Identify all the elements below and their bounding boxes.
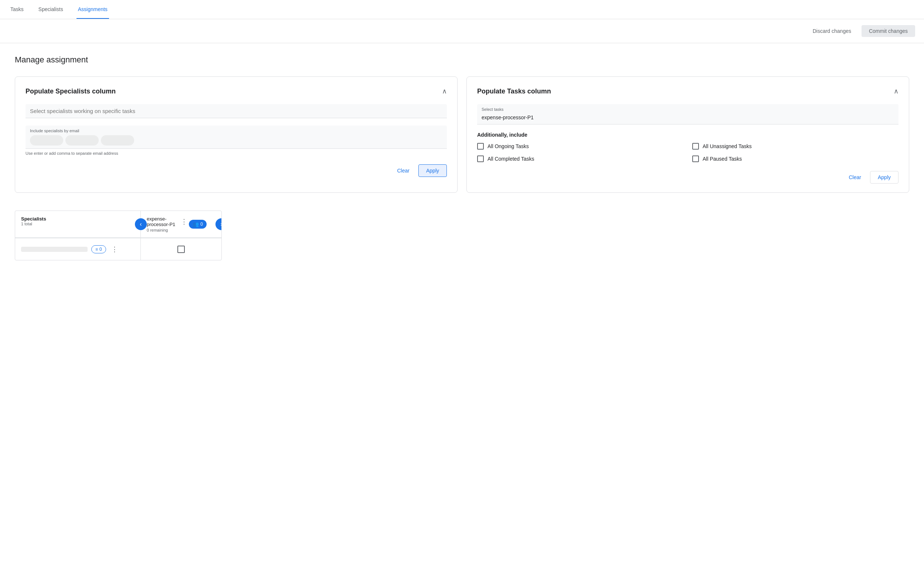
remaining-badge: 0 remaining [147,228,189,232]
specialists-clear-button[interactable]: Clear [393,165,414,177]
email-chip [65,135,99,145]
tab-specialists[interactable]: Specialists [37,0,64,19]
checkbox-box-unassigned [692,143,699,150]
email-field-wrapper: Include specialists by email [26,126,447,149]
card-title-tasks: Populate Tasks column [477,88,551,95]
page-content: Manage assignment Populate Specialists c… [0,43,924,272]
commit-changes-button[interactable]: Commit changes [861,25,915,37]
list-icon: ≡ [95,247,98,252]
email-hint-text: Use enter or add comma to separate email… [26,151,447,156]
tasks-field-label: Select tasks [482,107,894,112]
tasks-field-wrapper: Select tasks expense-processor-P1 [477,104,898,124]
tab-assignments[interactable]: Assignments [76,0,109,19]
top-navigation: Tasks Specialists Assignments [0,0,924,19]
table-header-row: Specialists 1 total ‹ expense-processor-… [15,211,221,238]
specialists-col-sub: 1 total [21,221,135,226]
checkbox-label-unassigned: All Unassigned Tasks [703,143,752,149]
email-chip [30,135,63,145]
task-header-content: expense-processor-P1 ⋮ 0 remaining [147,216,189,232]
action-toolbar: Discard changes Commit changes [0,19,924,43]
specialists-select-input[interactable] [26,104,447,118]
specialists-select-field [26,104,447,118]
task-assignment-cell[interactable] [141,238,221,260]
checkbox-box-ongoing [477,143,484,150]
assignment-table: Specialists 1 total ‹ expense-processor-… [15,211,222,260]
email-chips-container [30,135,442,145]
tab-tasks[interactable]: Tasks [9,0,25,19]
checkbox-label-ongoing: All Ongoing Tasks [488,143,529,149]
checkbox-box-completed [477,156,484,162]
task-header-meta: expense-processor-P1 ⋮ [147,216,189,227]
task-nav-right-button[interactable]: › [216,218,222,230]
card-title-specialists: Populate Specialists column [26,88,116,95]
chevron-up-icon-tasks[interactable]: ∧ [894,87,898,95]
tasks-card-footer: Clear Apply [477,171,898,184]
specialists-col-title: Specialists [21,216,135,221]
table-data-row: ≡ 0 ⋮ [15,238,221,260]
people-icon: 👥 [192,221,199,227]
task-column-header: ‹ expense-processor-P1 ⋮ 0 remaining 👥 0 [141,211,221,238]
task-col-inner: expense-processor-P1 ⋮ 0 remaining 👥 0 [147,216,207,232]
tasks-apply-button[interactable]: Apply [870,171,898,184]
task-three-dot-menu[interactable]: ⋮ [179,216,189,227]
checkbox-label-completed: All Completed Tasks [488,156,534,162]
card-header-specialists: Populate Specialists column ∧ [26,87,447,95]
tasks-clear-button[interactable]: Clear [844,171,866,183]
email-field-label: Include specialists by email [30,129,442,133]
tasks-select-value: expense-processor-P1 [482,114,894,123]
checkbox-label-paused: All Paused Tasks [703,156,742,162]
checkbox-box-paused [692,156,699,162]
row-three-dot-menu[interactable]: ⋮ [110,244,119,255]
filter-cards-row: Populate Specialists column ∧ Include sp… [15,76,909,193]
email-chip [101,135,134,145]
chevron-up-icon[interactable]: ∧ [442,87,447,95]
specialist-count: 0 [200,221,203,227]
card-header-tasks: Populate Tasks column ∧ [477,87,898,95]
specialist-name-blurred [21,247,88,252]
task-nav-left-button[interactable]: ‹ [135,218,147,230]
checkbox-paused[interactable]: All Paused Tasks [692,156,898,162]
populate-tasks-card: Populate Tasks column ∧ Select tasks exp… [466,76,909,193]
populate-specialists-card: Populate Specialists column ∧ Include sp… [15,76,458,193]
specialist-cell: ≡ 0 ⋮ [15,238,141,260]
specialist-count-badge: 👥 0 [189,220,207,229]
tasks-select-field: Select tasks expense-processor-P1 [477,104,898,124]
checkbox-unassigned[interactable]: All Unassigned Tasks [692,143,898,150]
specialists-column-header: Specialists 1 total [15,211,141,238]
specialists-apply-button[interactable]: Apply [418,165,447,177]
assignment-checkbox[interactable] [177,245,185,253]
additionally-label: Additionally, include [477,132,898,138]
discard-changes-button[interactable]: Discard changes [807,25,857,37]
task-name: expense-processor-P1 [147,216,176,227]
list-badge[interactable]: ≡ 0 [91,245,106,253]
additionally-checkboxes: All Ongoing Tasks All Unassigned Tasks A… [477,143,898,162]
checkbox-ongoing[interactable]: All Ongoing Tasks [477,143,683,150]
specialists-card-footer: Clear Apply [26,165,447,177]
checkbox-completed[interactable]: All Completed Tasks [477,156,683,162]
list-count: 0 [99,247,102,252]
page-title: Manage assignment [15,55,909,64]
